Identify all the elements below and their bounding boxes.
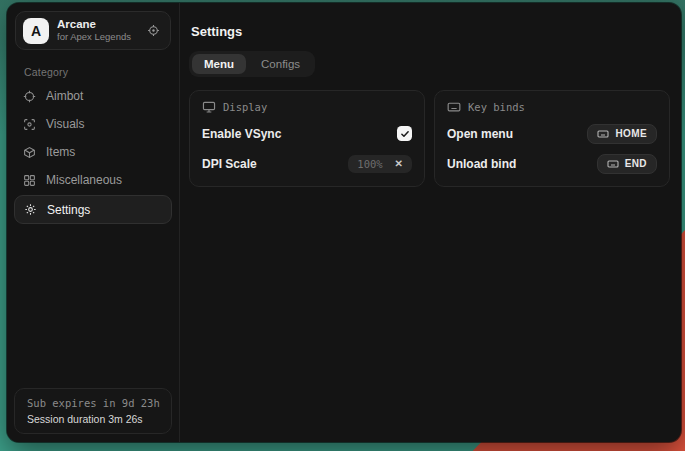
sidebar-item-label: Settings (47, 203, 90, 217)
app-header-card: A Arcane for Apex Legends (15, 11, 171, 50)
dpi-scale-value: 100% (357, 158, 382, 170)
main-panel: Settings Menu Configs Display (180, 3, 681, 442)
open-menu-keybind-button[interactable]: HOME (587, 124, 657, 144)
dpi-scale-row: DPI Scale 100% ✕ (202, 153, 412, 174)
sidebar: A Arcane for Apex Legends Category (7, 3, 180, 442)
unload-bind-keybind-button[interactable]: END (597, 154, 657, 174)
sidebar-item-label: Miscellaneous (46, 173, 122, 187)
sidebar-item-settings[interactable]: Settings (14, 195, 172, 224)
unload-bind-row: Unload bind END (447, 153, 657, 174)
open-menu-row: Open menu HOME (447, 123, 657, 144)
settings-tabbar: Menu Configs (189, 51, 315, 77)
unload-bind-key: END (625, 158, 647, 169)
target-icon[interactable] (147, 24, 160, 37)
key-icon (597, 128, 609, 140)
monitor-icon (202, 100, 216, 114)
sidebar-item-label: Visuals (46, 117, 84, 131)
vsync-row: Enable VSync (202, 123, 412, 144)
page-title: Settings (191, 24, 670, 39)
scan-eye-icon (23, 118, 36, 131)
display-card-title: Display (223, 101, 267, 113)
keyboard-icon (447, 100, 461, 114)
app-name: Arcane (57, 18, 131, 31)
keybinds-card-header: Key binds (447, 100, 657, 114)
session-duration-text: Session duration 3m 26s (27, 413, 159, 425)
open-menu-label: Open menu (447, 127, 513, 141)
keybinds-card-title: Key binds (468, 101, 525, 113)
sidebar-item-aimbot[interactable]: Aimbot (7, 82, 179, 110)
dpi-scale-label: DPI Scale (202, 157, 257, 171)
sub-expiry-text: Sub expires in 9d 23h (27, 397, 159, 409)
tab-configs[interactable]: Configs (249, 54, 312, 74)
app-logo: A (23, 18, 49, 44)
gear-icon (24, 203, 37, 216)
sidebar-item-label: Items (46, 145, 75, 159)
display-card-header: Display (202, 100, 412, 114)
app-window: A Arcane for Apex Legends Category (7, 3, 681, 442)
sidebar-item-miscellaneous[interactable]: Miscellaneous (7, 166, 179, 194)
crosshair-icon (23, 90, 36, 103)
settings-cards-row: Display Enable VSync DPI Scale 100% ✕ (189, 90, 670, 187)
subscription-status-box: Sub expires in 9d 23h Session duration 3… (14, 388, 172, 434)
clear-icon[interactable]: ✕ (395, 159, 403, 169)
app-title-block: Arcane for Apex Legends (57, 18, 131, 42)
cube-icon (23, 146, 36, 159)
sidebar-item-visuals[interactable]: Visuals (7, 110, 179, 138)
keybinds-card: Key binds Open menu HOME Unload bin (434, 90, 670, 187)
display-card: Display Enable VSync DPI Scale 100% ✕ (189, 90, 425, 187)
category-label: Category (24, 66, 179, 78)
tab-menu[interactable]: Menu (192, 54, 246, 74)
vsync-checkbox[interactable] (397, 126, 412, 141)
app-subtitle: for Apex Legends (57, 32, 131, 43)
sidebar-nav: Aimbot Visuals (7, 82, 179, 225)
grid-icon (23, 174, 36, 187)
unload-bind-label: Unload bind (447, 157, 516, 171)
check-icon (400, 129, 410, 139)
vsync-label: Enable VSync (202, 127, 281, 141)
sidebar-item-items[interactable]: Items (7, 138, 179, 166)
dpi-scale-input[interactable]: 100% ✕ (348, 155, 412, 173)
open-menu-key: HOME (615, 128, 647, 139)
sidebar-item-label: Aimbot (46, 89, 83, 103)
key-icon (607, 158, 619, 170)
